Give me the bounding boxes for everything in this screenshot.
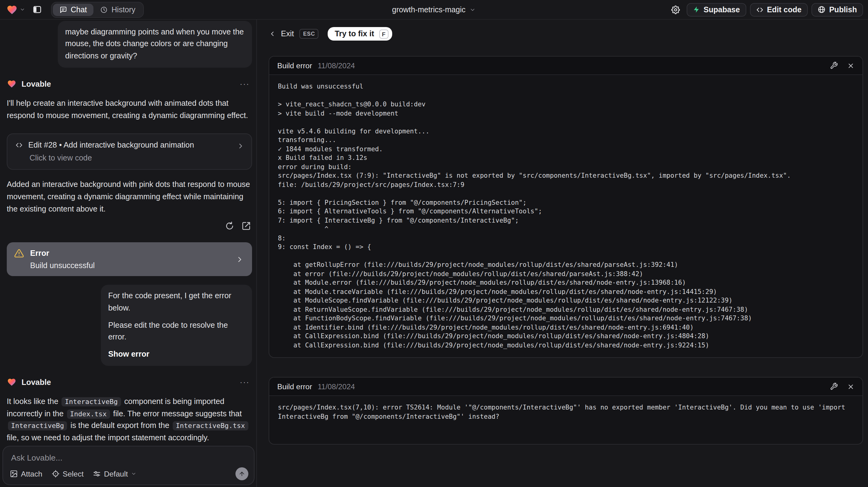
supabase-bolt-icon	[692, 5, 700, 13]
image-plus-icon	[10, 470, 18, 478]
show-error-link[interactable]: Show error	[108, 348, 245, 361]
build-error-card: Build error 11/08/2024 src	[269, 377, 863, 445]
send-button[interactable]	[236, 467, 248, 480]
f-key-badge: F	[379, 29, 388, 38]
mode-label: Default	[104, 469, 128, 478]
text-segment: file. The error message suggests that	[111, 409, 242, 418]
tab-history[interactable]: History	[94, 3, 142, 16]
crosshair-icon	[52, 470, 60, 478]
inline-code: InteractiveBg	[8, 422, 67, 431]
build-error-log[interactable]: Build was unsuccessful > vite_react_shad…	[269, 75, 863, 357]
build-error-card-actions	[830, 383, 855, 391]
arrow-up-icon	[239, 470, 245, 477]
topbar: Chat History growth-metrics-magic	[0, 0, 868, 20]
user-message-line: For the code present, I get the error be…	[108, 290, 245, 314]
try-to-fix-button[interactable]: Try to fix it F	[328, 27, 392, 40]
build-error-log-text: Build was unsuccessful > vite_react_shad…	[278, 82, 854, 349]
close-icon[interactable]	[847, 383, 855, 390]
composer-toolbar: Attach Select	[10, 467, 248, 480]
history-icon	[100, 6, 108, 13]
edit-card-title: Edit #28 • Add interactive background an…	[28, 141, 194, 150]
chat-message-list[interactable]: maybe diagramming points and when you mo…	[0, 20, 256, 442]
edit-code-label: Edit code	[767, 5, 802, 14]
user-message-line: Please edit the code to resolve the erro…	[108, 320, 245, 344]
inline-code: Index.tsx	[67, 409, 110, 419]
more-options-icon[interactable]: ···	[240, 82, 252, 86]
build-error-title: Build error	[277, 382, 312, 391]
tab-history-label: History	[112, 5, 135, 14]
code-brackets-icon	[756, 6, 763, 13]
settings-button[interactable]	[669, 3, 683, 16]
error-card-title: Error	[30, 249, 49, 257]
text-segment: is the default export from the	[68, 422, 172, 430]
edit-card-subtitle: Click to view code	[30, 154, 244, 163]
build-error-card-header: Build error 11/08/2024	[269, 57, 863, 75]
message-actions	[7, 221, 252, 231]
text-segment: It looks like the	[7, 397, 61, 406]
topbar-right: Supabase Edit code Publish	[669, 3, 863, 16]
build-error-card-actions	[830, 61, 855, 69]
build-error-title: Build error	[277, 61, 312, 70]
chat-panel: maybe diagramming points and when you mo…	[0, 20, 257, 487]
lovable-logo-menu[interactable]	[5, 3, 26, 16]
close-icon[interactable]	[847, 62, 855, 69]
chat-input[interactable]: Ask Lovable...	[3, 447, 254, 462]
attach-label: Attach	[21, 469, 42, 478]
wrench-icon[interactable]	[830, 383, 838, 391]
wrench-icon[interactable]	[830, 61, 838, 69]
publish-button[interactable]: Publish	[811, 3, 863, 16]
build-error-card-header: Build error 11/08/2024	[269, 377, 863, 396]
user-message: For the code present, I get the error be…	[101, 285, 252, 366]
lovable-heart-icon	[7, 377, 17, 387]
project-switcher[interactable]: growth-metrics-magic	[392, 0, 476, 19]
lovable-heart-icon	[6, 4, 18, 15]
more-options-icon[interactable]: ···	[240, 380, 252, 385]
exit-button[interactable]: Exit	[281, 30, 294, 38]
assistant-name: Lovable	[22, 378, 51, 387]
build-error-log[interactable]: src/pages/Index.tsx(7,10): error TS2614:…	[269, 396, 863, 444]
mode-dropdown[interactable]: Default	[93, 469, 136, 478]
sidebar-toggle-button[interactable]	[30, 3, 44, 16]
supabase-button[interactable]: Supabase	[686, 3, 746, 16]
composer: Ask Lovable... Attach	[2, 446, 254, 485]
chat-history-tab-group: Chat History	[51, 2, 144, 18]
assistant-name: Lovable	[22, 80, 51, 88]
open-preview-icon[interactable]	[242, 221, 251, 231]
lovable-app: Chat History growth-metrics-magic	[0, 0, 868, 487]
build-error-log-text: src/pages/Index.tsx(7,10): error TS2614:…	[278, 403, 854, 421]
fix-button-label: Try to fix it	[335, 30, 374, 38]
lovable-heart-icon	[7, 79, 17, 89]
chat-icon	[60, 6, 67, 13]
edit-card-28[interactable]: Edit #28 • Add interactive background an…	[7, 134, 252, 170]
supabase-label: Supabase	[704, 5, 740, 14]
attach-button[interactable]: Attach	[10, 469, 42, 478]
select-button[interactable]: Select	[52, 469, 84, 478]
assistant-paragraph: Added an interactive background with pin…	[7, 179, 252, 215]
main-split: maybe diagramming points and when you mo…	[0, 20, 868, 487]
gear-icon	[671, 5, 680, 14]
inline-code: InteractiveBg	[62, 397, 121, 406]
edit-code-button[interactable]: Edit code	[750, 3, 808, 16]
tab-chat[interactable]: Chat	[53, 3, 94, 16]
esc-key-badge: ESC	[299, 29, 319, 39]
topbar-left: Chat History	[5, 2, 144, 18]
inline-code: InteractiveBg.tsx	[173, 422, 248, 431]
error-card-title-row: Error	[14, 248, 245, 258]
build-error-date: 11/08/2024	[317, 61, 355, 70]
build-error-status-card[interactable]: Error Build unsuccessful	[7, 242, 252, 276]
error-panel-header: Exit ESC Try to fix it F	[269, 27, 863, 40]
code-brackets-icon	[16, 142, 23, 149]
publish-label: Publish	[829, 5, 857, 14]
assistant-paragraph: It looks like the InteractiveBg componen…	[7, 396, 252, 442]
restore-icon[interactable]	[225, 221, 234, 231]
sliders-icon	[93, 470, 101, 478]
text-segment: file, so we need to adjust the import st…	[7, 433, 209, 442]
assistant-header: Lovable ···	[7, 377, 252, 387]
chevron-down-icon	[131, 471, 136, 477]
build-error-card: Build error 11/08/2024 Bui	[269, 56, 863, 358]
user-message: maybe diagramming points and when you mo…	[58, 21, 252, 68]
panel-left-icon	[32, 5, 41, 14]
error-panel: Exit ESC Try to fix it F Build error 11/…	[257, 20, 868, 487]
chevron-right-icon	[236, 255, 244, 264]
user-message-text: maybe diagramming points and when you mo…	[65, 28, 244, 60]
